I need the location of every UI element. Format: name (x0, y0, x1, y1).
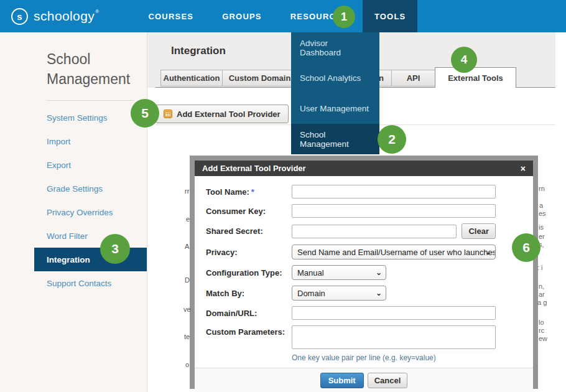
tool-name-label: Tool Name:* (206, 187, 292, 197)
privacy-select-value: Send Name and Email/Username of user who… (297, 248, 496, 257)
bg-text-fragment: n, (539, 282, 544, 290)
step-badge-5: 5 (131, 99, 159, 128)
step-badge-2: 2 (378, 125, 406, 154)
bg-text-fragment: o (185, 361, 189, 368)
chevron-down-icon: ⌄ (376, 289, 382, 297)
sidebar-item-grade-settings[interactable]: Grade Settings (34, 177, 147, 200)
form-row-domain-url: Domain/URL: (206, 306, 496, 320)
privacy-select[interactable]: Send Name and Email/Username of user who… (292, 245, 496, 259)
bg-text-fragment: D (185, 276, 190, 284)
tab-external-tools[interactable]: External Tools (435, 67, 516, 88)
sidebar-item-integration[interactable]: Integration (34, 248, 147, 271)
tools-dropdown-menu: Advisor Dashboard School Analytics User … (291, 32, 379, 154)
page-title: Integration (171, 45, 226, 57)
menu-item-school-management[interactable]: School Management (291, 124, 379, 154)
form-row-configuration-type: Configuration Type: Manual ⌄ (206, 265, 496, 280)
shared-secret-label: Shared Secret: (206, 226, 292, 236)
chevron-down-icon: ⌄ (376, 268, 382, 277)
bg-text-fragment: rr (185, 187, 189, 195)
domain-url-input[interactable] (292, 306, 496, 320)
modal-body: Tool Name:* Consumer Key: Shared Secret:… (195, 176, 533, 368)
sidebar-item-system-settings[interactable]: System Settings (34, 106, 147, 129)
bg-text-fragment: ar (539, 291, 545, 298)
bg-text-fragment: rc (539, 327, 544, 334)
form-row-shared-secret: Shared Secret: Clear (206, 223, 496, 239)
sidebar-item-import[interactable]: Import (34, 129, 147, 153)
sidebar-nav: System Settings Import Export Grade Sett… (0, 106, 147, 295)
form-row-privacy: Privacy: Send Name and Email/Username of… (206, 245, 496, 259)
custom-parameters-helper-text: One key value pair per line (e.g. key=va… (292, 353, 496, 362)
sidebar-divider (47, 100, 134, 101)
shared-secret-controls: Clear (292, 223, 496, 239)
configuration-type-label: Configuration Type: (206, 268, 292, 278)
step-badge-4: 4 (451, 47, 477, 73)
menu-item-user-management[interactable]: User Management (291, 93, 379, 124)
tab-custom-domain[interactable]: Custom Domain (222, 70, 297, 86)
consumer-key-input[interactable] (292, 204, 496, 218)
match-by-select[interactable]: Domain ⌄ (292, 286, 386, 301)
domain-url-label: Domain/URL: (206, 309, 292, 318)
tool-name-input[interactable] (292, 185, 496, 198)
nav-item-groups[interactable]: GROUPS (208, 0, 276, 32)
consumer-key-label: Consumer Key: (206, 207, 292, 216)
nav-item-courses[interactable]: COURSES (134, 0, 208, 32)
required-asterisk: * (251, 187, 254, 197)
bg-text-fragment: es (539, 210, 546, 217)
submit-button[interactable]: Submit (320, 373, 364, 388)
chevron-down-icon: ⌄ (485, 248, 491, 256)
match-by-label: Match By: (206, 289, 292, 298)
sidebar-title: School Management (47, 50, 140, 89)
bg-text-fragment: te (184, 333, 190, 340)
registered-mark: ® (95, 9, 99, 14)
step-badge-1: 1 (333, 6, 355, 28)
match-by-value: Domain (297, 289, 325, 298)
configuration-type-select[interactable]: Manual ⌄ (292, 265, 386, 280)
custom-parameters-label: Custom Parameters: (206, 325, 292, 337)
configuration-type-value: Manual (297, 268, 324, 278)
form-row-match-by: Match By: Domain ⌄ (206, 286, 496, 301)
bg-text-fragment: rn (539, 185, 545, 192)
add-external-tool-provider-button[interactable]: Add External Tool Provider (155, 105, 289, 123)
clear-button[interactable]: Clear (462, 223, 496, 239)
bg-text-fragment: is (539, 223, 544, 231)
cancel-button[interactable]: Cancel (368, 373, 408, 388)
bg-text-fragment: er (539, 233, 545, 240)
form-row-helper: One key value pair per line (e.g. key=va… (206, 355, 496, 362)
add-button-label: Add External Tool Provider (177, 110, 281, 119)
tab-authentication[interactable]: Authentication (160, 70, 223, 86)
shared-secret-input[interactable] (292, 225, 457, 238)
schoology-s-icon: s (11, 8, 28, 25)
brand-name: schoology® (34, 9, 99, 24)
modal-footer: Submit Cancel (195, 368, 533, 392)
nav-item-tools[interactable]: TOOLS (363, 0, 418, 32)
bg-text-fragment: lo (539, 319, 544, 326)
bg-text-fragment: ew (539, 335, 547, 342)
privacy-label: Privacy: (206, 248, 292, 257)
sidebar-item-word-filter[interactable]: Word Filter (34, 224, 147, 248)
bg-text-fragment: a g (537, 299, 547, 306)
add-external-tool-provider-modal: Add External Tool Provider × Tool Name:*… (195, 161, 533, 384)
sidebar: School Management System Settings Import… (0, 32, 147, 392)
bg-text-fragment: : i (537, 264, 543, 271)
sidebar-item-export[interactable]: Export (34, 153, 147, 177)
add-tool-icon (164, 110, 172, 118)
tab-api[interactable]: API (391, 70, 435, 86)
sidebar-item-support-contacts[interactable]: Support Contacts (34, 271, 147, 295)
schoology-logo[interactable]: s schoology® (0, 8, 99, 25)
modal-title: Add External Tool Provider (202, 164, 306, 173)
nav-links: COURSES GROUPS RESOURCES TOOLS (134, 0, 417, 32)
modal-header: Add External Tool Provider × (195, 161, 533, 176)
bg-text-fragment: A (185, 243, 189, 250)
menu-item-advisor-dashboard[interactable]: Advisor Dashboard (291, 32, 379, 63)
top-nav: s schoology® COURSES GROUPS RESOURCES TO… (0, 0, 566, 32)
step-badge-3: 3 (100, 234, 130, 264)
bg-text-fragment: a (539, 202, 543, 209)
form-row-custom-parameters: Custom Parameters: (206, 325, 496, 349)
close-icon[interactable]: × (521, 164, 526, 173)
custom-parameters-textarea[interactable] (292, 325, 496, 349)
menu-item-school-analytics[interactable]: School Analytics (291, 63, 379, 93)
sidebar-item-privacy-overrides[interactable]: Privacy Overrides (34, 200, 147, 224)
step-badge-6: 6 (512, 233, 540, 262)
form-row-consumer-key: Consumer Key: (206, 204, 496, 218)
modal-overlay-frame: Add External Tool Provider × Tool Name:*… (190, 156, 538, 389)
